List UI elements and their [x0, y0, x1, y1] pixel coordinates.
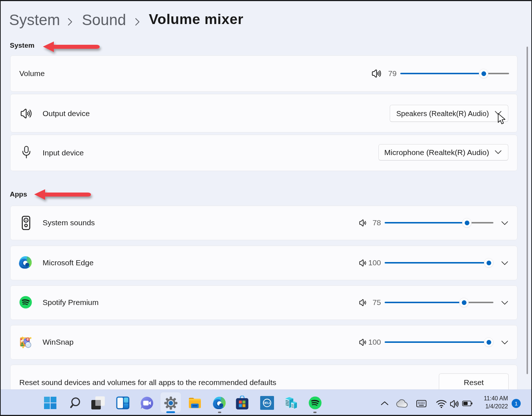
svg-text:DELL: DELL	[263, 401, 271, 405]
